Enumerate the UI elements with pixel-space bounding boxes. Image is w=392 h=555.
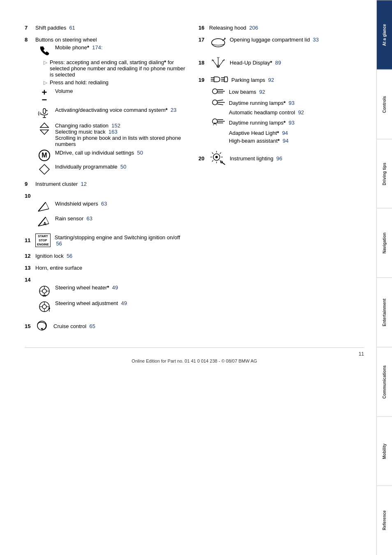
svg-line-64: [220, 153, 221, 154]
sub-item-rain: A Rain sensor 63: [37, 215, 186, 228]
item-19-link[interactable]: 92: [268, 77, 274, 83]
music-link[interactable]: 163: [108, 129, 118, 135]
svg-text:A: A: [43, 221, 46, 226]
wiper-icon: [37, 201, 52, 213]
item-7: 7 Shift paddles 61: [25, 25, 186, 31]
wheel-heater-svg: [38, 284, 51, 298]
item-12: 12 Ignition lock 56: [25, 253, 186, 259]
daytime-run-icon-1: [211, 98, 226, 108]
auto-headlamp-item: Automatic headlamp control 92: [229, 109, 364, 116]
svg-line-51: [217, 104, 223, 105]
item-12-label: Ignition lock 56: [35, 253, 72, 259]
diamond-link[interactable]: 50: [120, 164, 126, 170]
wiper-link[interactable]: 63: [101, 201, 107, 207]
item-8-num: 8: [25, 37, 33, 43]
item-20-label: Instrument lighting 96: [230, 155, 282, 162]
svg-point-58: [215, 156, 218, 158]
item-18-num: 18: [198, 60, 207, 66]
daytime-run-link-2[interactable]: 93: [288, 120, 294, 126]
svg-line-50: [217, 100, 223, 101]
svg-rect-0: [43, 109, 46, 113]
item-7-num: 7: [25, 25, 33, 31]
diamond-svg: [39, 164, 50, 175]
item-18-row: 18: [198, 56, 364, 69]
bullet-arrow-2: ▷: [44, 80, 47, 86]
phone-icon: [37, 44, 52, 57]
item-16-num: 16: [198, 25, 207, 31]
mdrive-link[interactable]: 50: [137, 150, 143, 156]
radio-link[interactable]: 152: [111, 123, 120, 129]
voice-svg: [38, 107, 51, 120]
item-9-link[interactable]: 12: [81, 181, 87, 187]
svg-point-24: [48, 308, 50, 309]
phone-svg: [38, 44, 51, 57]
luggage-svg: [210, 37, 226, 49]
rain-link[interactable]: 63: [87, 215, 92, 222]
item-12-link[interactable]: 56: [67, 253, 72, 259]
item-17-link[interactable]: 33: [313, 37, 318, 43]
svg-marker-4: [40, 123, 48, 127]
item-14: 14: [25, 277, 186, 313]
item-17-row: 17 Opening luggage compartment lid 33: [198, 37, 364, 50]
item-8: 8 Buttons on steering wheel Mobile phone…: [25, 37, 186, 175]
sub-item-mdrive: M MDrive, call up individual settings 50: [37, 150, 186, 161]
low-beam-link[interactable]: 92: [259, 89, 265, 95]
right-column: 16 Releasing hood 206 17: [194, 25, 364, 339]
m-icon: M: [37, 150, 52, 161]
wheel-adjust-link[interactable]: 49: [121, 300, 127, 306]
item-13-label: Horn, entire surface: [35, 265, 82, 271]
item-7-link[interactable]: 61: [69, 25, 75, 31]
svg-marker-5: [40, 130, 48, 134]
item-18-link[interactable]: 89: [275, 60, 281, 66]
wheel-heater-icon: [37, 284, 52, 298]
item-17: 17 Opening luggage compartment lid 33: [198, 37, 364, 50]
auto-headlamp-link[interactable]: 92: [298, 109, 304, 116]
item-13: 13 Horn, entire surface: [25, 265, 186, 271]
svg-line-65: [212, 160, 213, 162]
item-18: 18: [198, 56, 364, 69]
hud-icon: [210, 56, 226, 69]
diamond-text: Individually programmable 50: [55, 164, 186, 170]
voice-link[interactable]: 23: [171, 107, 176, 113]
footer-text: Online Edition for Part no. 01 41 0 014 …: [25, 358, 364, 363]
sidebar-tab-controls[interactable]: Controls: [377, 69, 392, 139]
svg-point-56: [214, 123, 216, 124]
wheel-heater-text: Steering wheel heater* 49: [55, 284, 186, 291]
item-20-link[interactable]: 96: [276, 155, 282, 162]
svg-marker-6: [39, 164, 49, 174]
item-11-link[interactable]: 56: [56, 240, 62, 247]
item-19-row: 19: [198, 75, 364, 85]
svg-point-3: [46, 110, 48, 111]
sidebar-tab-at-a-glance[interactable]: At a glance: [377, 0, 392, 69]
sidebar-tab-mobility[interactable]: Mobility: [377, 416, 392, 486]
sub-item-voice: Activating/deactivating voice command sy…: [37, 107, 186, 120]
item-20-row: 20: [198, 150, 364, 166]
phone-link[interactable]: 174:: [92, 44, 102, 51]
wheel-heater-link[interactable]: 49: [112, 284, 118, 291]
bullet-2: ▷ Press and hold: redialing: [44, 79, 186, 86]
sidebar-tab-navigation[interactable]: Navigation: [377, 208, 392, 278]
sidebar-tab-entertainment[interactable]: Entertainment: [377, 278, 392, 347]
item-16-link[interactable]: 206: [249, 25, 258, 31]
high-beam-link[interactable]: 94: [283, 138, 288, 144]
arrow-up-svg: [39, 123, 50, 128]
arrow-down-svg: [39, 129, 50, 135]
low-beam-item: Low beams 92: [211, 87, 364, 97]
adaptive-link[interactable]: 94: [282, 130, 288, 136]
sidebar-tab-reference[interactable]: Reference: [377, 486, 392, 555]
sidebar-tab-communications[interactable]: Communications: [377, 347, 392, 416]
sub-item-arrows: Changing radio station 152 Selecting mus…: [37, 123, 186, 147]
item-7-label: Shift paddles 61: [35, 25, 75, 31]
sidebar-tab-driving-tips[interactable]: Driving tips: [377, 139, 392, 208]
sub-item-wiper: Windshield wipers 63: [37, 201, 186, 213]
svg-line-67: [221, 162, 225, 164]
item-15-link[interactable]: 65: [89, 323, 95, 329]
item-15-num: 15: [25, 323, 33, 329]
daytime-run-link-1[interactable]: 93: [288, 100, 294, 106]
item-10: 10 Windshield wipers 63: [25, 193, 186, 228]
high-beam-item: High-beam assistant* 94: [229, 138, 364, 144]
svg-point-44: [212, 89, 217, 94]
daytime-run-label-1: Daytime running lamps* 93: [229, 100, 295, 106]
rain-icon: A: [37, 215, 52, 228]
item-9: 9 Instrument cluster 12: [25, 181, 186, 187]
